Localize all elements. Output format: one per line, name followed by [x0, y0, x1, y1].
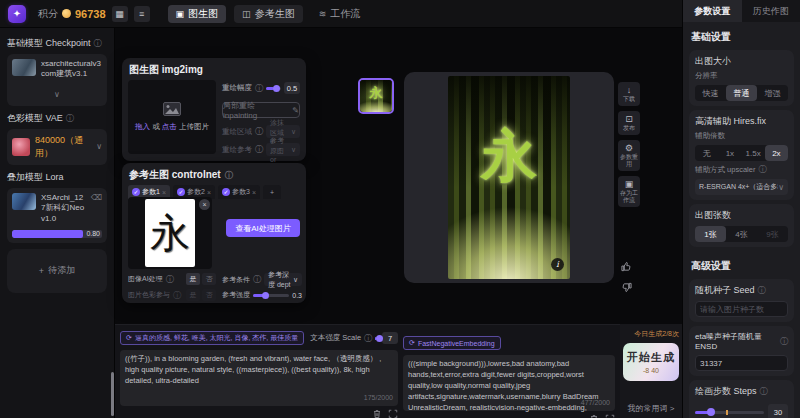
steps-card: 绘画步数 Steps ⓘ 30 50 150	[689, 380, 794, 418]
option-2x[interactable]: 2x	[765, 145, 788, 161]
app-logo-icon[interactable]: ✦	[8, 5, 26, 23]
info-icon: ⓘ	[166, 274, 174, 285]
tab-history[interactable]: 历史作图	[742, 0, 800, 22]
option-1x[interactable]: 1x	[718, 145, 741, 161]
tab-label: 历史作图	[753, 5, 789, 18]
tab-img2img[interactable]: ▣ 图生图	[168, 5, 227, 23]
upscaler-label: 辅助方式 upscaler	[695, 165, 755, 175]
cn-tab-label: 参数3	[232, 187, 250, 197]
check-icon: ✓	[132, 188, 140, 196]
vae-card[interactable]: 840000（通用） ∨	[7, 129, 107, 165]
tab-parameters[interactable]: 参数设置	[683, 0, 742, 22]
image-info-icon[interactable]: i	[551, 258, 564, 271]
ai-process-yes-button[interactable]: 是	[186, 273, 200, 285]
negative-prompt-textarea[interactable]: (((simple background))),lowres,bad anato…	[403, 355, 615, 411]
option-1-5x[interactable]: 1.5x	[742, 145, 765, 161]
app-root: ✦ 积分 96738 ▦ ≡ ▣ 图生图 ◫ 参考生图 ≋ 工作流 基础模型 C…	[0, 0, 800, 418]
negative-embedding-chip[interactable]: ⟳ FastNegativeEmbedding	[403, 336, 501, 350]
strength-slider[interactable]	[253, 294, 289, 297]
add-controlnet-tab[interactable]: +	[263, 185, 281, 199]
ensd-input[interactable]	[695, 355, 788, 371]
option-none[interactable]: 无	[695, 145, 718, 161]
reuse-params-button[interactable]: ⚙ 参数重用	[618, 140, 640, 171]
publish-icon: ⊡	[625, 114, 633, 124]
ai-process-no-button[interactable]: 否	[202, 273, 216, 285]
steps-value[interactable]: 30	[768, 404, 788, 418]
option-4-images[interactable]: 4张	[726, 226, 757, 242]
add-lora-button[interactable]: + 待添加	[7, 249, 107, 293]
controlnet-reference-image[interactable]: 永	[145, 199, 195, 267]
option-1-image[interactable]: 1张	[695, 226, 726, 242]
generate-button[interactable]: 开始生成 -8 40	[623, 343, 679, 381]
denoise-slider[interactable]	[266, 87, 281, 90]
chevron-down-icon[interactable]: ∨	[54, 90, 60, 99]
result-thumbnail[interactable]: 永	[358, 78, 394, 114]
image-upload-dropzone[interactable]: 拖入 或 点击 上传图片	[128, 80, 216, 154]
lora-weight-slider[interactable]: 0.80	[12, 230, 102, 238]
generate-cost: -8 40	[643, 367, 659, 374]
denoise-value[interactable]: 0.5	[284, 82, 300, 94]
view-ai-processed-button[interactable]: 查看AI处理图片	[226, 219, 300, 237]
option-9-images: 9张	[757, 226, 788, 242]
vae-section-label: 色彩模型 VAE ⓘ	[7, 112, 107, 125]
inpainting-button[interactable]: 局部重绘 inpainting ✎	[222, 102, 300, 118]
steps-slider[interactable]	[695, 411, 764, 414]
img2img-panel-title: 图生图 img2img	[122, 58, 306, 80]
save-workflow-button[interactable]: ▣ 存为工作流	[618, 176, 640, 207]
image-viewer-panel: 永 i	[404, 72, 614, 283]
remove-image-icon[interactable]: ×	[199, 199, 210, 210]
clear-negative-icon[interactable]	[589, 414, 599, 418]
thumbs-down-icon[interactable]	[621, 279, 632, 297]
settings-sidebar: 参数设置 历史作图 基础设置 出图大小 分辨率 快速 普通 增强 高清辅助 Hi…	[682, 0, 800, 418]
upscaler-value: R-ESRGAN 4x+（适合多种风	[699, 182, 778, 192]
ref-dropdown[interactable]: 参考原图 or ∨	[266, 143, 300, 156]
scale-value[interactable]: 7	[382, 332, 398, 344]
info-icon: ⓘ	[225, 170, 233, 181]
tab-label: 图生图	[188, 7, 218, 21]
size-title: 出图大小	[695, 55, 731, 68]
condition-dropdown[interactable]: 参考深度 dept ∨	[264, 273, 302, 286]
menu-icon[interactable]: ≡	[134, 6, 150, 22]
reuse-params-icon: ⚙	[625, 143, 633, 153]
hires-segmented: 无 1x 1.5x 2x	[695, 145, 788, 161]
lora-card[interactable]: XSArchi_127新科幻Neov1.0 ⌫ 0.80	[7, 188, 107, 243]
prompt-suggestion-chip[interactable]: ⟳ 逼真的质感, 鲜花, 唯美, 太阳光, 肖像, 杰作, 最佳质量	[120, 331, 304, 345]
favorite-words-link[interactable]: 我的常用词 >	[623, 403, 679, 414]
cn-tab-label: 参数1	[142, 187, 160, 197]
upload-drag-word: 拖入	[135, 122, 150, 131]
option-normal[interactable]: 普通	[726, 85, 757, 101]
controlnet-tab-3[interactable]: ✓ 参数3 ×	[218, 185, 260, 199]
seed-input[interactable]	[695, 301, 788, 317]
no-label: 否	[206, 274, 213, 284]
tab-workflow[interactable]: ≋ 工作流	[311, 5, 369, 23]
generated-image[interactable]: 永 i	[448, 76, 570, 279]
publish-button[interactable]: ⊡ 发布	[618, 111, 640, 135]
fav-label: 我的常用词 >	[628, 404, 675, 413]
upload-click-word: 点击	[162, 122, 177, 131]
upload-or-word: 或	[152, 122, 160, 131]
upscaler-dropdown[interactable]: R-ESRGAN 4x+（适合多种风 ∨	[695, 179, 788, 195]
positive-prompt-text: ((竹子)), in a blooming garden, (fresh and…	[125, 354, 381, 385]
checkpoint-card[interactable]: xsarchitecturalv3com建筑v3.1 ∨	[7, 54, 107, 106]
download-button[interactable]: ↓ 下载	[618, 82, 640, 106]
delete-icon[interactable]: ⌫	[91, 193, 102, 202]
chevron-down-icon[interactable]: ∨	[96, 142, 102, 151]
steps-title: 绘画步数 Steps	[695, 385, 757, 398]
clear-prompt-icon[interactable]	[372, 409, 382, 418]
expand-negative-icon[interactable]	[605, 414, 615, 418]
tab-reference-gen[interactable]: ◫ 参考生图	[234, 5, 303, 23]
option-enhanced[interactable]: 增强	[757, 85, 788, 101]
grid-view-icon[interactable]: ▦	[112, 6, 128, 22]
lora-thumbnail	[12, 193, 36, 210]
expand-prompt-icon[interactable]	[388, 409, 398, 418]
sidebar-scrollbar[interactable]	[111, 372, 114, 416]
thumbs-up-icon[interactable]	[621, 258, 632, 276]
close-icon[interactable]: ×	[162, 189, 166, 196]
close-icon[interactable]: ×	[207, 189, 211, 196]
ensd-title: eta噪声种子随机量 ENSD	[695, 331, 777, 351]
close-icon[interactable]: ×	[252, 189, 256, 196]
section-title: 叠加模型 Lora	[7, 171, 64, 184]
option-fast[interactable]: 快速	[695, 85, 726, 101]
scale-slider[interactable]	[375, 337, 379, 340]
positive-prompt-textarea[interactable]: ((竹子)), in a blooming garden, (fresh and…	[120, 350, 398, 406]
